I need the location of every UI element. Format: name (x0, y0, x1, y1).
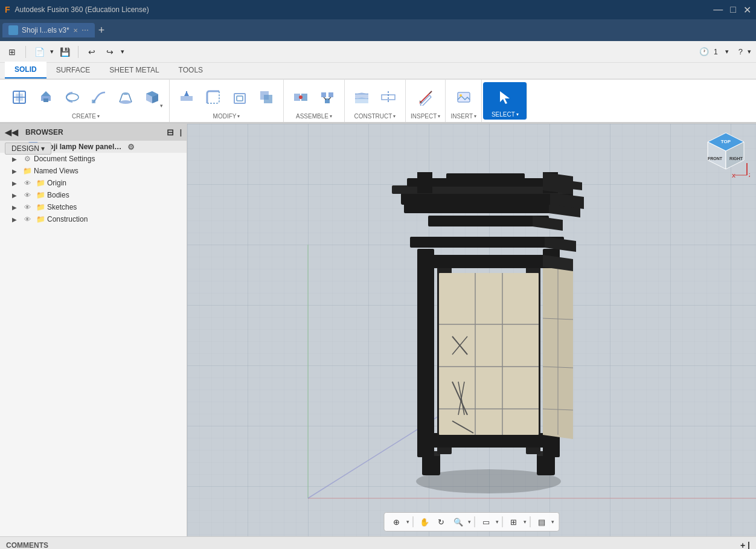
bodies-label: Bodies (47, 191, 182, 199)
tree-item-origin[interactable]: ▶ 👁 📁 Origin (0, 177, 187, 189)
history-icon[interactable]: 🕐 (699, 47, 709, 56)
bodies-eye-icon[interactable]: 👁 (22, 190, 32, 200)
revolve-button[interactable] (60, 85, 85, 110)
minimize-button[interactable]: — (713, 4, 723, 16)
close-button[interactable]: ✕ (743, 4, 751, 16)
fit-to-screen-button[interactable]: ⊕ (389, 515, 404, 529)
svg-text:X: X (732, 173, 735, 178)
root-settings-icon[interactable]: ⚙ (126, 142, 136, 152)
insert-image-button[interactable] (452, 85, 476, 110)
viewport[interactable]: TOP FRONT RIGHT Z X ⊕ ▾ ✋ ↻ 🔍 ▾ (187, 124, 756, 536)
help-arrow[interactable]: ▾ (748, 48, 751, 56)
svg-point-25 (299, 95, 303, 99)
fillet-button[interactable] (201, 85, 225, 110)
measure-button[interactable] (414, 85, 438, 110)
shell-button[interactable] (228, 85, 252, 110)
tab-close-button[interactable]: ✕ (73, 27, 78, 34)
redo-button[interactable]: ↪ (103, 45, 117, 59)
combine-button[interactable] (254, 85, 278, 110)
browser-collapse-button[interactable]: ⊟ (167, 127, 174, 137)
tab-tools[interactable]: TOOLS (169, 62, 213, 79)
assemble-arrow[interactable]: ▾ (330, 114, 332, 119)
qa-right: 🕐 1 ▾ ? ▾ (699, 47, 751, 56)
inspect-arrow[interactable]: ▾ (438, 114, 440, 119)
create-arrow[interactable]: ▾ (97, 114, 100, 119)
grid-arrow[interactable]: ▾ (524, 519, 527, 525)
sep2 (475, 516, 475, 527)
offset-plane-button[interactable] (350, 85, 374, 110)
sketches-arrow[interactable]: ▶ (12, 204, 21, 211)
grid-view-button[interactable]: ⊞ (5, 45, 19, 59)
construct-arrow[interactable]: ▾ (393, 114, 396, 119)
undo-button[interactable]: ↩ (85, 45, 99, 59)
insert-icons (452, 82, 476, 112)
help-button[interactable]: ? (738, 47, 743, 56)
create-icons: ▾ (7, 82, 164, 112)
bodies-arrow[interactable]: ▶ (12, 192, 21, 199)
new-file-button[interactable]: 📄 (32, 45, 46, 59)
origin-eye-icon[interactable]: 👁 (22, 178, 32, 188)
redo-arrow[interactable]: ▾ (121, 48, 124, 56)
tree-item-bodies[interactable]: ▶ 👁 📁 Bodies (0, 189, 187, 201)
press-pull-button[interactable] (175, 85, 199, 110)
select-button[interactable] (488, 85, 522, 110)
modify-arrow[interactable]: ▾ (237, 114, 240, 119)
new-file-arrow[interactable]: ▾ (50, 48, 54, 56)
modify-label: MODIFY ▾ (213, 112, 240, 120)
tree-item-construction[interactable]: ▶ 👁 📁 Construction (0, 213, 187, 225)
design-menu-button[interactable]: DESIGN ▾ (5, 143, 51, 155)
doc-settings-arrow[interactable]: ▶ (12, 156, 21, 162)
comments-bar: COMMENTS + | (0, 536, 756, 549)
save-button[interactable]: 💾 (57, 45, 72, 59)
comments-add-button[interactable]: + | (740, 541, 750, 550)
zoom-button[interactable]: 🔍 (451, 515, 466, 529)
construction-eye-icon[interactable]: 👁 (22, 214, 32, 224)
select-arrow[interactable]: ▾ (516, 112, 519, 117)
construct-label: CONSTRUCT ▾ (354, 112, 396, 120)
sketches-eye-icon[interactable]: 👁 (22, 202, 32, 212)
midplane-button[interactable] (376, 85, 400, 110)
box-button[interactable]: ▾ (140, 85, 164, 110)
svg-rect-8 (92, 100, 95, 103)
joint-button[interactable] (289, 85, 313, 110)
origin-arrow[interactable]: ▶ (12, 180, 21, 187)
view-cube[interactable]: TOP FRONT RIGHT Z X (702, 130, 750, 178)
modify-group: MODIFY ▾ (170, 80, 284, 122)
new-component-button[interactable] (7, 85, 31, 110)
display-mode-button[interactable]: ▭ (479, 515, 493, 529)
pan-button[interactable]: ✋ (417, 515, 432, 529)
svg-rect-59 (439, 273, 539, 435)
grid-settings-button[interactable]: ⊞ (507, 515, 521, 529)
tab-shoji[interactable]: Shoji l...els v3* ✕ ⋯ (2, 23, 95, 37)
fit-arrow[interactable]: ▾ (406, 519, 409, 525)
named-views-arrow[interactable]: ▶ (12, 168, 21, 175)
named-views-folder-icon: 📁 (22, 166, 32, 176)
display-arrow[interactable]: ▾ (496, 519, 499, 525)
loft-button[interactable] (114, 85, 138, 110)
svg-point-9 (120, 100, 132, 104)
snap-button[interactable]: ▤ (534, 515, 549, 529)
sweep-button[interactable] (87, 85, 111, 110)
browser-panel: ◀◀ BROWSER ⊟ | ▼ 👁 Shoji lamp New panels… (0, 124, 187, 536)
tree-item-sketches[interactable]: ▶ 👁 📁 Sketches (0, 201, 187, 213)
snap-arrow[interactable]: ▾ (551, 519, 554, 525)
rigid-group-button[interactable] (315, 85, 339, 110)
extrude-button[interactable] (34, 85, 58, 110)
create-label: CREATE ▾ (72, 112, 100, 120)
sep1 (413, 516, 414, 527)
tree-item-named-views[interactable]: ▶ 📁 Named Views (0, 165, 187, 177)
tab-menu-icon[interactable]: ⋯ (82, 26, 89, 34)
construction-arrow[interactable]: ▶ (12, 216, 21, 223)
tab-sheet-metal[interactable]: SHEET METAL (100, 62, 168, 79)
orbit-button[interactable]: ↻ (434, 515, 449, 529)
tab-solid[interactable]: SOLID (5, 62, 46, 79)
collapse-left-icon[interactable]: ◀◀ (5, 127, 18, 137)
tab-surface[interactable]: SURFACE (46, 62, 100, 79)
browser-pin-button[interactable]: | (180, 128, 182, 136)
maximize-button[interactable]: □ (730, 4, 736, 16)
insert-arrow[interactable]: ▾ (474, 114, 476, 119)
zoom-arrow[interactable]: ▾ (468, 519, 471, 525)
tree-item-doc-settings[interactable]: ▶ ⚙ Document Settings (0, 153, 187, 165)
new-tab-button[interactable]: + (98, 24, 105, 37)
history-arrow[interactable]: ▾ (725, 48, 729, 56)
